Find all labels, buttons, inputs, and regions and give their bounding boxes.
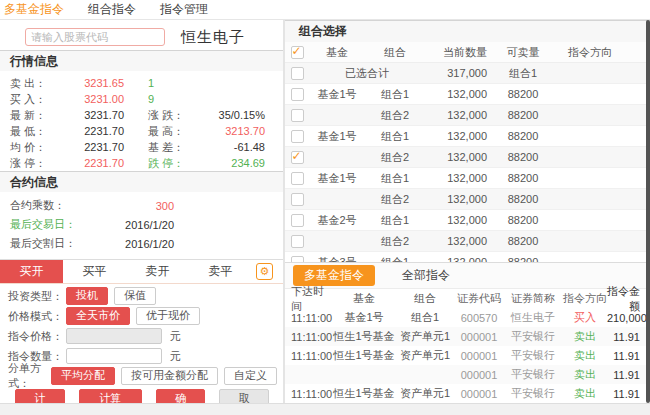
price-mode-option[interactable]: 优于现价 <box>136 307 200 325</box>
top-tab[interactable]: 多基金指令 <box>4 1 64 18</box>
invest-type-option[interactable]: 保值 <box>114 287 156 305</box>
trade-tab[interactable]: 卖平 <box>189 260 252 283</box>
cell-sec-name: 平安银行 <box>503 367 563 382</box>
row-checkbox[interactable] <box>291 214 304 227</box>
cell-sec-name: 平安银行 <box>503 348 563 363</box>
trade-tab[interactable]: 买平 <box>63 260 126 283</box>
portfolio-section-title: 组合选择 <box>285 20 650 42</box>
contract-row: 最后交割日： 2016/1/20 <box>0 234 283 253</box>
top-tab[interactable]: 组合指令 <box>88 1 136 18</box>
portfolio-row[interactable]: 基金2号 组合1 132,000 88200 <box>285 210 650 231</box>
quote-label: 9 <box>148 93 206 105</box>
order-row[interactable]: 11:11:00 基金1号 组合1 600570 恒生电子 买入 210,000 <box>285 308 650 327</box>
cell-sellable: 88200 <box>491 214 555 226</box>
cell-current-qty: 132,000 <box>425 256 491 262</box>
cell-fund: 基金2号 <box>309 213 365 228</box>
portfolio-table-header: 基金 组合 当前数量 可卖量 指令方向 <box>285 42 650 63</box>
price-mode-option[interactable]: 全天市价 <box>66 307 130 325</box>
order-price-input[interactable] <box>66 328 162 344</box>
quote-value: 3213.70 <box>206 125 283 137</box>
portfolio-row[interactable]: 基金1号 组合1 132,000 88200 <box>285 168 650 189</box>
quote-value: 3231.65 <box>58 77 124 89</box>
row-checkbox[interactable] <box>291 235 304 248</box>
stock-code-input[interactable] <box>25 28 165 46</box>
row-checkbox[interactable] <box>291 151 304 164</box>
cell-sec-name: 恒生电子 <box>503 310 563 325</box>
cell-current-qty: 132,000 <box>425 130 491 142</box>
cell-group: 组合1 <box>395 310 455 325</box>
footer-strip <box>0 403 650 415</box>
contract-value: 2016/1/20 <box>92 238 174 250</box>
split-mode-options: 平均分配 按可用金额分配 自定义 <box>51 367 283 385</box>
portfolio-row[interactable]: 组合2 132,000 88200 <box>285 231 650 252</box>
split-mode-option[interactable]: 平均分配 <box>51 367 115 385</box>
portfolio-row[interactable]: 组合2 132,000 88200 <box>285 105 650 126</box>
split-mode-option[interactable]: 按可用金额分配 <box>121 367 218 385</box>
form-button[interactable]: 计算 <box>15 389 65 403</box>
cell-fund: 基金1号 <box>309 171 365 186</box>
portfolio-row[interactable]: 基金1号 组合1 132,000 88200 <box>285 126 650 147</box>
cell-current-qty: 132,000 <box>425 214 491 226</box>
order-qty-input[interactable] <box>66 348 162 364</box>
row-checkbox[interactable] <box>291 88 304 101</box>
main-content: 恒生电子 行情信息 卖 出： 3231.65 1 买 入： 3231.00 9 <box>0 20 650 403</box>
cell-time: 11:11:00 <box>285 350 333 362</box>
cell-fund: 恒生1号基金 <box>333 348 395 363</box>
row-checkbox[interactable] <box>291 67 304 80</box>
cell-group: 组合1 <box>365 87 425 102</box>
cell-current-qty: 132,000 <box>425 109 491 121</box>
quote-label: 最 新： <box>10 108 58 123</box>
col-sec-code: 证券代码 <box>455 291 503 306</box>
cell-group: 组合1 <box>365 171 425 186</box>
trade-tab[interactable]: 卖开 <box>126 260 189 283</box>
quote-value: 2231.70 <box>58 157 124 169</box>
cell-direction: 卖出 <box>563 348 607 363</box>
form-button[interactable]: 计算风险 <box>79 389 142 403</box>
row-checkbox[interactable] <box>291 256 304 263</box>
form-button[interactable]: 确认 <box>156 389 206 403</box>
orders-table-body: 11:11:00 基金1号 组合1 600570 恒生电子 买入 210,000… <box>285 308 650 403</box>
cell-current-qty: 317,000 <box>425 67 491 79</box>
portfolio-row[interactable]: 基金3号 组合1 132,000 88200 <box>285 252 650 262</box>
row-checkbox[interactable] <box>291 130 304 143</box>
cell-sellable: 88200 <box>491 109 555 121</box>
portfolio-row[interactable]: 已选合计 317,000 组合1 <box>285 63 650 84</box>
order-row[interactable]: 11:11:00 恒生1号基金 资产单元1 000001 平安银行 卖出 11.… <box>285 346 650 365</box>
orders-tab[interactable]: 全部指令 <box>391 265 461 286</box>
quote-value: 35/0.15% <box>206 109 283 121</box>
orders-table-header: 下达时间 基金 组合 证券代码 证券简称 指令方向 指令金额 <box>285 289 650 308</box>
form-button[interactable]: 取消 <box>219 389 269 403</box>
row-checkbox[interactable] <box>291 193 304 206</box>
portfolio-row[interactable]: 基金1号 组合1 132,000 88200 <box>285 84 650 105</box>
order-row[interactable]: 11:11:00 恒生1号基金 资产单元1 000001 平安银行 卖出 11.… <box>285 384 650 403</box>
cell-group: 组合2 <box>365 192 425 207</box>
contract-row: 合约乘数： 300 <box>0 196 283 215</box>
col-time: 下达时间 <box>285 284 333 314</box>
row-checkbox[interactable] <box>291 109 304 122</box>
order-row[interactable]: 11:11:00 恒生1号基金 资产单元1 000001 平安银行 卖出 11.… <box>285 327 650 346</box>
top-tab[interactable]: 指令管理 <box>160 1 208 18</box>
order-row[interactable]: 000001 平安银行 卖出 11.91 <box>285 365 650 384</box>
quote-value: 2231.70 <box>58 125 124 137</box>
cell-time: 11:11:00 <box>285 331 333 343</box>
quote-value: 234.69 <box>206 157 283 169</box>
invest-type-option[interactable]: 投机 <box>66 287 108 305</box>
split-mode-option[interactable]: 自定义 <box>224 367 277 385</box>
portfolio-row[interactable]: 组合2 132,000 88200 <box>285 147 650 168</box>
cell-sec-name: 平安银行 <box>503 386 563 401</box>
cell-time: 11:11:00 <box>285 312 333 324</box>
left-panel: 恒生电子 行情信息 卖 出： 3231.65 1 买 入： 3231.00 9 <box>0 20 285 403</box>
scrollbar[interactable] <box>646 20 650 403</box>
select-all-checkbox[interactable] <box>291 46 304 59</box>
quote-row: 买 入： 3231.00 9 <box>0 91 283 107</box>
gear-icon[interactable]: ⚙ <box>256 263 273 280</box>
cell-sellable: 88200 <box>491 172 555 184</box>
price-mode-label: 价格模式： <box>8 309 66 324</box>
quote-label: 基 差： <box>148 140 206 155</box>
portfolio-row[interactable]: 组合2 132,000 88200 <box>285 189 650 210</box>
trade-tab[interactable]: 买开 <box>0 260 63 283</box>
cell-group: 组合2 <box>365 108 425 123</box>
cell-fund: 恒生1号基金 <box>333 329 395 344</box>
row-checkbox[interactable] <box>291 172 304 185</box>
cell-sellable: 88200 <box>491 193 555 205</box>
